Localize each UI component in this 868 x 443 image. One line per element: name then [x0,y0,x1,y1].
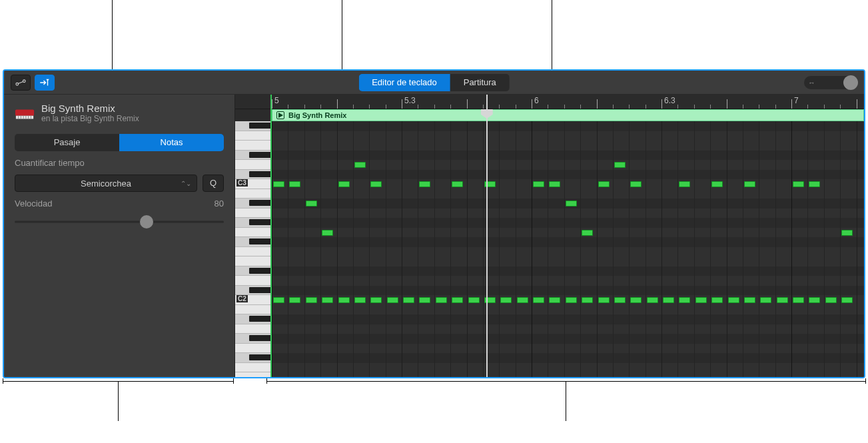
midi-note[interactable] [679,297,690,303]
midi-note[interactable] [273,297,284,303]
midi-note[interactable] [793,297,804,303]
velocity-slider-knob[interactable] [140,215,153,228]
midi-note[interactable] [273,181,284,187]
midi-note[interactable] [630,297,642,303]
tab-score[interactable]: Partitura [450,74,510,91]
midi-note[interactable] [777,297,788,303]
svg-point-1 [23,79,25,82]
midi-note[interactable] [647,297,658,303]
ruler-bar-label: 5 [274,96,279,105]
time-ruler[interactable]: 55.366.37 [272,95,864,109]
midi-note[interactable] [549,297,560,303]
zoom-slider-knob[interactable] [843,75,858,90]
editor-toolbar: Editor de teclado Partitura ↔ [4,71,864,95]
inspector-mode-switch: Pasaje Notas [15,134,224,151]
midi-note[interactable] [370,181,382,187]
svg-marker-4 [46,79,49,81]
piano-roll-grid[interactable]: 55.366.37 Big Synth Remix [270,95,864,377]
region-strip[interactable]: Big Synth Remix [272,109,864,121]
midi-note[interactable] [517,297,528,303]
editor-body: Big Synth Remix en la pista Big Synth Re… [4,95,864,377]
view-mode-switch: Editor de teclado Partitura [358,74,510,91]
svg-rect-5 [15,109,34,115]
midi-note[interactable] [354,297,366,303]
midi-note[interactable] [809,181,820,187]
midi-note[interactable] [728,297,739,303]
toolbar-left-controls [4,75,55,91]
midi-note[interactable] [370,297,382,303]
chevron-updown-icon: ⌃⌄ [181,180,191,187]
midi-note[interactable] [663,297,674,303]
midi-note[interactable] [419,297,430,303]
quantize-dropdown[interactable]: Semicorchea ⌃⌄ [15,175,197,192]
midi-note[interactable] [841,230,853,236]
midi-note[interactable] [436,297,447,303]
instrument-icon [15,105,35,122]
ruler-bar-label: 6 [534,96,539,105]
midi-note[interactable] [452,181,463,187]
midi-note[interactable] [322,230,333,236]
svg-line-2 [18,81,23,83]
piano-keyboard[interactable]: C3C2 [234,95,270,377]
region-title: Big Synth Remix [41,103,139,114]
midi-note[interactable] [306,297,317,303]
midi-note[interactable] [387,297,398,303]
region-header: Big Synth Remix en la pista Big Synth Re… [15,100,224,127]
quantize-label: Cuantificar tiempo [15,158,224,168]
note-grid[interactable] [272,121,864,377]
quantize-value: Semicorchea [81,179,131,189]
midi-note[interactable] [711,181,723,187]
midi-note[interactable] [338,181,350,187]
midi-note[interactable] [289,297,300,303]
region-subtitle: en la pista Big Synth Remix [41,114,139,123]
playhead[interactable] [486,95,488,377]
ruler-bar-label: 7 [794,96,799,105]
midi-note[interactable] [630,181,642,187]
midi-note[interactable] [533,181,544,187]
midi-note[interactable] [841,297,853,303]
midi-note[interactable] [566,297,577,303]
velocity-value: 80 [215,199,224,209]
midi-note[interactable] [338,297,350,303]
quantize-apply-button[interactable]: Q [203,175,224,192]
mode-pasaje-button[interactable]: Pasaje [15,134,119,151]
midi-note[interactable] [598,297,610,303]
tab-keyboard-editor[interactable]: Editor de teclado [358,74,450,91]
zoom-arrows-icon: ↔ [804,79,815,87]
midi-note[interactable] [582,230,593,236]
midi-note[interactable] [711,297,723,303]
midi-note[interactable] [500,297,512,303]
region-strip-name: Big Synth Remix [288,111,346,119]
midi-note[interactable] [614,297,626,303]
mode-notas-button[interactable]: Notas [119,134,224,151]
midi-note[interactable] [549,181,560,187]
midi-note[interactable] [533,297,544,303]
midi-note[interactable] [419,181,430,187]
svg-marker-13 [278,113,283,118]
midi-note[interactable] [403,297,414,303]
midi-note[interactable] [306,201,317,207]
inspector-panel: Big Synth Remix en la pista Big Synth Re… [4,95,234,377]
midi-note[interactable] [825,297,837,303]
midi-note[interactable] [598,181,610,187]
midi-note[interactable] [679,181,690,187]
midi-note[interactable] [760,297,771,303]
midi-note[interactable] [614,162,626,168]
automation-toggle[interactable] [11,75,31,91]
midi-note[interactable] [695,297,707,303]
midi-note[interactable] [793,181,804,187]
midi-note[interactable] [809,297,820,303]
midi-note[interactable] [468,297,480,303]
midi-note[interactable] [322,297,333,303]
midi-note[interactable] [289,181,300,187]
horizontal-zoom-slider[interactable]: ↔ [804,76,857,89]
midi-note[interactable] [452,297,463,303]
midi-note[interactable] [566,201,577,207]
play-region-icon[interactable] [276,111,284,119]
catch-playhead-toggle[interactable] [35,75,55,91]
velocity-slider[interactable] [15,215,224,228]
midi-note[interactable] [744,297,755,303]
midi-note[interactable] [582,297,593,303]
midi-note[interactable] [354,162,366,168]
midi-note[interactable] [744,181,755,187]
